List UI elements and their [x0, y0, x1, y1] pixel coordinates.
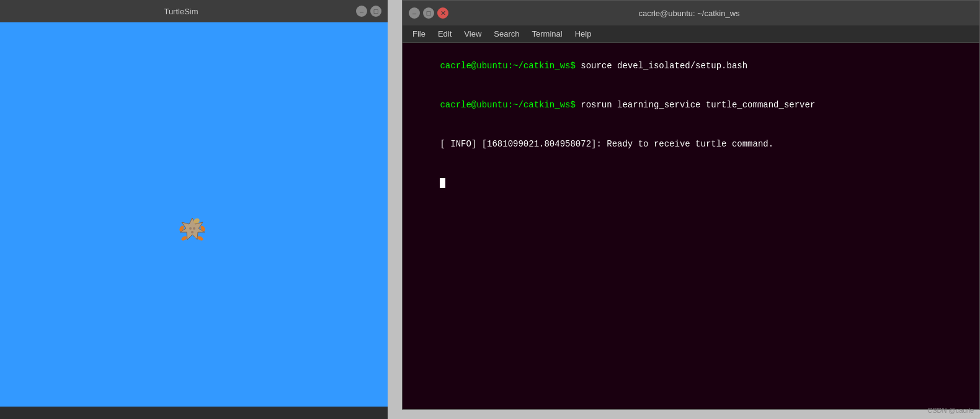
- turtlesim-maximize-button[interactable]: □: [370, 6, 381, 17]
- turtlesim-window: TurtleSim – □: [0, 0, 388, 419]
- menu-help[interactable]: Help: [570, 28, 597, 40]
- terminal-line-3: [ INFO] [1681099021.804958072]: Ready to…: [409, 125, 973, 164]
- terminal-title: cacrle@ubuntu: ~/catkin_ws: [448, 9, 930, 18]
- terminal-maximize-button[interactable]: □: [423, 7, 434, 19]
- menu-edit[interactable]: Edit: [433, 28, 457, 40]
- terminal-command-1: source devel_isolated/setup.bash: [576, 61, 747, 71]
- terminal-command-2: rosrun learning_service turtle_command_s…: [576, 100, 815, 110]
- turtlesim-title: TurtleSim: [6, 7, 356, 16]
- terminal-cursor: [440, 178, 445, 188]
- terminal-menubar: File Edit View Search Terminal Help: [403, 25, 979, 43]
- terminal-window: – □ ✕ cacrle@ubuntu: ~/catkin_ws File Ed…: [402, 0, 980, 410]
- terminal-prompt-2: cacrle@ubuntu:~/catkin_ws$: [440, 100, 575, 110]
- terminal-titlebar: – □ ✕ cacrle@ubuntu: ~/catkin_ws: [403, 1, 979, 25]
- terminal-minimize-button[interactable]: –: [409, 7, 420, 19]
- terminal-prompt-1: cacrle@ubuntu:~/catkin_ws$: [440, 61, 575, 71]
- terminal-line-4: [409, 164, 973, 203]
- svg-point-7: [193, 227, 195, 230]
- terminal-close-button[interactable]: ✕: [437, 7, 448, 19]
- turtlesim-canvas: [0, 22, 388, 407]
- turtlesim-titlebar: TurtleSim – □: [0, 0, 388, 22]
- turtlesim-buttons: – □: [356, 6, 381, 17]
- turtle-sprite: [177, 215, 208, 246]
- menu-file[interactable]: File: [408, 28, 430, 40]
- terminal-body[interactable]: cacrle@ubuntu:~/catkin_ws$ source devel_…: [403, 43, 979, 409]
- turtlesim-bottom-bar: [0, 407, 388, 419]
- svg-point-6: [189, 227, 192, 230]
- watermark: CSDN @cacrle: [927, 407, 974, 414]
- turtlesim-minimize-button[interactable]: –: [356, 6, 367, 17]
- menu-view[interactable]: View: [459, 28, 486, 40]
- terminal-info-text: [ INFO] [1681099021.804958072]: Ready to…: [440, 139, 773, 149]
- terminal-window-controls: – □ ✕: [409, 7, 448, 19]
- menu-terminal[interactable]: Terminal: [527, 28, 568, 40]
- svg-point-8: [191, 231, 194, 233]
- menu-search[interactable]: Search: [489, 28, 524, 40]
- terminal-line-2: cacrle@ubuntu:~/catkin_ws$ rosrun learni…: [409, 86, 973, 125]
- terminal-line-1: cacrle@ubuntu:~/catkin_ws$ source devel_…: [409, 47, 973, 86]
